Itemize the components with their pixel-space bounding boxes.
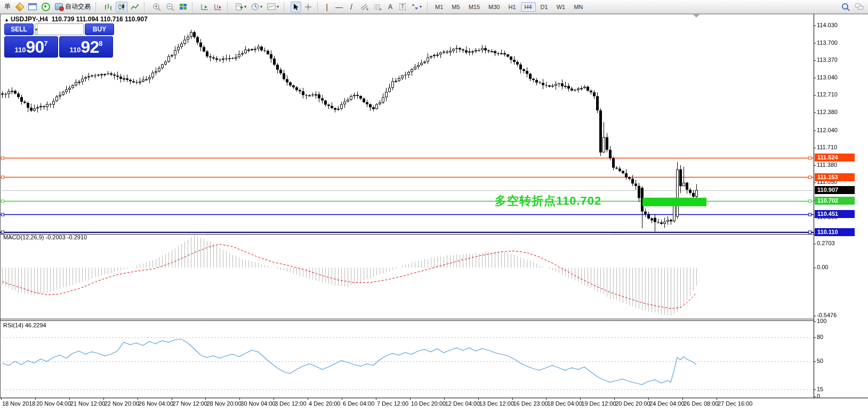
zoom-out-button[interactable] — [164, 2, 176, 12]
dropdown-caret-icon: ▾ — [420, 4, 422, 9]
autotrade-label: 自动交易 — [65, 2, 91, 11]
sell-price-pip: 7 — [44, 39, 47, 47]
chart-title: ▲USDJPY-,H4 110.739 111.094 110.716 110.… — [4, 15, 148, 23]
collapse-panel-icon[interactable]: ▲ — [4, 17, 9, 22]
timeframe-H1[interactable]: H1 — [504, 2, 519, 12]
toolbar-separator — [427, 2, 428, 12]
text-tool[interactable]: A — [385, 2, 396, 12]
toolbar-separator — [317, 2, 318, 12]
candlestick-icon — [117, 3, 126, 11]
chart-shift-button[interactable] — [212, 2, 224, 12]
horizontal-line-tool[interactable]: — — [334, 2, 344, 12]
sell-button[interactable]: SELL — [4, 23, 34, 35]
timeframe-M5[interactable]: M5 — [448, 2, 463, 12]
cursor-button[interactable] — [291, 2, 301, 12]
chart-ohlc-values: 110.739 111.094 110.716 110.907 — [52, 15, 148, 23]
trendline-icon: / — [350, 3, 352, 11]
period-button[interactable]: ▾ — [250, 2, 264, 12]
arrows-tool[interactable]: ▾ — [409, 2, 423, 12]
tile-windows-button[interactable] — [178, 2, 189, 12]
dropdown-caret-icon: ▾ — [277, 4, 279, 9]
text-label-icon: T — [399, 3, 406, 10]
one-click-trading-panel: SELL ▾ ▴ BUY 110907 110928 — [4, 23, 114, 58]
zoom-in-button[interactable] — [151, 2, 163, 12]
new-order-label: 单 — [4, 2, 11, 11]
timeframe-MN[interactable]: MN — [570, 2, 586, 12]
timeframe-M15[interactable]: M15 — [465, 2, 484, 12]
buy-price-pip: 8 — [99, 39, 102, 47]
template-icon — [236, 3, 243, 11]
price-chart-canvas[interactable] — [0, 0, 868, 411]
chat-button[interactable] — [853, 2, 866, 12]
chart-shift-icon — [214, 3, 222, 11]
indicators-button[interactable]: ▾ — [266, 2, 280, 12]
crosshair-button[interactable] — [303, 2, 314, 12]
timeframe-W1[interactable]: W1 — [553, 2, 569, 12]
chart-type-bars-button[interactable] — [102, 2, 114, 12]
bar-chart-icon — [104, 3, 112, 11]
fibonacci-icon: F — [373, 3, 382, 11]
auto-scroll-button[interactable] — [199, 2, 211, 12]
buy-price-main: 92 — [81, 37, 99, 57]
sell-price-main: 90 — [26, 37, 44, 57]
chart-type-line-button[interactable] — [129, 2, 141, 12]
crosshair-icon — [304, 3, 312, 11]
signals-icon — [42, 3, 50, 11]
search-button[interactable] — [840, 2, 851, 12]
timeframe-M30[interactable]: M30 — [485, 2, 503, 12]
timeframe-H4[interactable]: H4 — [521, 2, 536, 12]
channel-tool[interactable]: E — [358, 2, 370, 12]
svg-text:E: E — [366, 7, 368, 11]
fibonacci-tool[interactable]: F — [372, 2, 383, 12]
market-watch-icon — [28, 3, 37, 10]
horizontal-line-icon: — — [335, 3, 343, 11]
clock-icon — [251, 3, 259, 11]
toolbar-separator — [144, 3, 148, 11]
toolbar-separator — [284, 3, 287, 11]
buy-price-display[interactable]: 110928 — [59, 36, 113, 58]
buy-price-figure: 110 — [70, 46, 81, 54]
buy-button[interactable]: BUY — [85, 23, 114, 35]
sell-price-figure: 110 — [15, 46, 26, 54]
zoom-out-icon — [166, 3, 174, 11]
signals-button[interactable] — [40, 2, 52, 12]
search-icon — [841, 3, 850, 11]
vertical-line-tool[interactable]: | — [322, 2, 332, 12]
timeframe-M1[interactable]: M1 — [431, 2, 447, 12]
mt4-window: 单 自动交易 — [0, 0, 868, 411]
equidistant-channel-icon: E — [360, 3, 368, 11]
text-label-tool[interactable]: T — [397, 2, 408, 12]
chart-window-button[interactable] — [14, 2, 25, 12]
autotrade-icon — [55, 3, 63, 10]
macd-indicator-label: MACD(12,26,9) -0.2003 -0.2910 — [3, 234, 87, 240]
toolbar-separator — [95, 3, 99, 11]
new-chart-icon — [15, 2, 25, 11]
dropdown-caret-icon: ▾ — [260, 4, 262, 9]
market-watch-button[interactable] — [27, 2, 38, 12]
text-tool-icon: A — [388, 3, 393, 11]
volume-spinner: ▾ ▴ — [35, 23, 84, 35]
autotrade-button[interactable]: 自动交易 — [53, 2, 92, 12]
arrows-icon — [411, 3, 419, 10]
trendline-tool[interactable]: / — [346, 2, 357, 12]
timeframe-D1[interactable]: D1 — [537, 2, 552, 12]
toolbar-separator — [192, 3, 196, 11]
chart-symbol-period: USDJPY-,H4 — [11, 15, 48, 23]
rsi-indicator-label: RSI(14) 46.2294 — [3, 322, 46, 328]
line-chart-icon — [131, 3, 139, 11]
chart-type-candles-button[interactable] — [116, 2, 127, 12]
volume-input[interactable] — [38, 24, 84, 35]
timeframe-group: M1M5M15M30H1H4D1W1MN — [431, 2, 586, 12]
svg-text:F: F — [380, 8, 382, 11]
auto-scroll-icon — [200, 3, 209, 11]
dropdown-caret-icon: ▾ — [244, 4, 246, 9]
indicators-icon — [267, 3, 276, 10]
turning-point-annotation[interactable]: 多空转折点110.702 — [495, 193, 601, 209]
templates-button[interactable]: ▾ — [234, 2, 248, 12]
cursor-arrow-icon — [293, 3, 299, 11]
vertical-line-icon: | — [326, 3, 328, 11]
tile-windows-icon — [179, 3, 187, 10]
chat-icon — [855, 3, 864, 11]
sell-price-display[interactable]: 110907 — [4, 36, 58, 58]
new-order-button[interactable]: 单 — [2, 2, 13, 12]
